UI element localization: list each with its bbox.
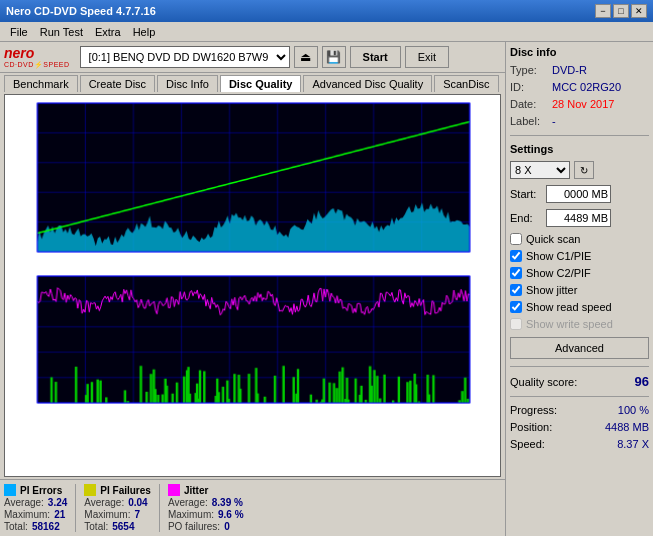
advanced-button[interactable]: Advanced — [510, 337, 649, 359]
speed-select[interactable]: 8 X 4 X 12 X 16 X — [510, 161, 570, 179]
maximize-button[interactable]: □ — [613, 4, 629, 18]
tabs: Benchmark Create Disc Disc Info Disc Qua… — [0, 73, 505, 92]
toolbar: nero CD·DVD⚡SPEED [0:1] BENQ DVD DD DW16… — [0, 42, 505, 73]
show-read-speed-checkbox[interactable] — [510, 301, 522, 313]
speed-value: 8.37 X — [617, 438, 649, 450]
disc-date-row: Date: 28 Nov 2017 — [510, 98, 649, 110]
jitter-color — [168, 484, 180, 496]
jitter-max-label: Maximum: — [168, 509, 214, 520]
jitter-header: Jitter — [168, 484, 244, 496]
drive-select[interactable]: [0:1] BENQ DVD DD DW1620 B7W9 — [80, 46, 290, 68]
position-value: 4488 MB — [605, 421, 649, 433]
show-c1-pie-row: Show C1/PIE — [510, 250, 649, 262]
show-c2-pif-checkbox[interactable] — [510, 267, 522, 279]
menu-help[interactable]: Help — [127, 25, 162, 39]
end-label: End: — [510, 212, 542, 224]
progress-row: Progress: 100 % — [510, 404, 649, 416]
quality-label: Quality score: — [510, 376, 577, 388]
pi-errors-max-row: Maximum: 21 — [4, 509, 67, 520]
menu-run-test[interactable]: Run Test — [34, 25, 89, 39]
pi-errors-label: PI Errors — [20, 485, 62, 496]
lower-chart — [5, 272, 500, 424]
show-c1-pie-label: Show C1/PIE — [526, 250, 591, 262]
pi-failures-total-value: 5654 — [112, 521, 134, 532]
start-input[interactable] — [546, 185, 611, 203]
tab-disc-quality[interactable]: Disc Quality — [220, 75, 302, 92]
nero-logo-sub: CD·DVD⚡SPEED — [4, 61, 70, 69]
start-button[interactable]: Start — [350, 46, 401, 68]
show-c1-pie-checkbox[interactable] — [510, 250, 522, 262]
right-panel: Disc info Type: DVD-R ID: MCC 02RG20 Dat… — [505, 42, 653, 536]
charts-area — [4, 94, 501, 477]
settings-refresh-button[interactable]: ↻ — [574, 161, 594, 179]
progress-value: 100 % — [618, 404, 649, 416]
show-jitter-row: Show jitter — [510, 284, 649, 296]
pi-failures-header: PI Failures — [84, 484, 151, 496]
pi-errors-total-label: Total: — [4, 521, 28, 532]
title-bar: Nero CD-DVD Speed 4.7.7.16 − □ ✕ — [0, 0, 653, 22]
pi-failures-total-row: Total: 5654 — [84, 521, 151, 532]
settings-title: Settings — [510, 143, 649, 155]
show-jitter-label: Show jitter — [526, 284, 577, 296]
tab-disc-info[interactable]: Disc Info — [157, 75, 218, 92]
show-c2-pif-row: Show C2/PIF — [510, 267, 649, 279]
jitter-label: Jitter — [184, 485, 208, 496]
left-panel: nero CD·DVD⚡SPEED [0:1] BENQ DVD DD DW16… — [0, 42, 505, 536]
pi-failures-label: PI Failures — [100, 485, 151, 496]
tab-scan-disc[interactable]: ScanDisc — [434, 75, 498, 92]
pi-errors-total-value: 58162 — [32, 521, 60, 532]
tab-benchmark[interactable]: Benchmark — [4, 75, 78, 92]
save-button[interactable]: 💾 — [322, 46, 346, 68]
jitter-avg-label: Average: — [168, 497, 208, 508]
quality-value: 96 — [635, 374, 649, 389]
jitter-avg-row: Average: 8.39 % — [168, 497, 244, 508]
show-write-speed-row: Show write speed — [510, 318, 649, 330]
end-field-row: End: — [510, 209, 649, 227]
speed-row: Speed: 8.37 X — [510, 438, 649, 450]
position-row: Position: 4488 MB — [510, 421, 649, 433]
tab-advanced-disc-quality[interactable]: Advanced Disc Quality — [303, 75, 432, 92]
title-bar-text: Nero CD-DVD Speed 4.7.7.16 — [6, 5, 156, 17]
start-field-row: Start: — [510, 185, 649, 203]
pi-errors-avg-label: Average: — [4, 497, 44, 508]
jitter-stats: Jitter Average: 8.39 % Maximum: 9.6 % PO… — [168, 484, 244, 532]
jitter-po-row: PO failures: 0 — [168, 521, 244, 532]
quick-scan-checkbox[interactable] — [510, 233, 522, 245]
jitter-max-row: Maximum: 9.6 % — [168, 509, 244, 520]
menu-extra[interactable]: Extra — [89, 25, 127, 39]
disc-type-label: Type: — [510, 64, 548, 76]
disc-id-value: MCC 02RG20 — [552, 81, 621, 93]
tab-create-disc[interactable]: Create Disc — [80, 75, 155, 92]
disc-label-label: Label: — [510, 115, 548, 127]
pi-failures-total-label: Total: — [84, 521, 108, 532]
minimize-button[interactable]: − — [595, 4, 611, 18]
divider-2 — [510, 366, 649, 367]
start-label: Start: — [510, 188, 542, 200]
exit-button[interactable]: Exit — [405, 46, 449, 68]
position-label: Position: — [510, 421, 552, 433]
nero-logo: nero CD·DVD⚡SPEED — [4, 45, 70, 69]
nero-logo-text: nero — [4, 45, 34, 61]
divider-3 — [510, 396, 649, 397]
menu-file[interactable]: File — [4, 25, 34, 39]
show-read-speed-label: Show read speed — [526, 301, 612, 313]
pi-failures-max-label: Maximum: — [84, 509, 130, 520]
pi-failures-max-row: Maximum: 7 — [84, 509, 151, 520]
close-button[interactable]: ✕ — [631, 4, 647, 18]
pi-errors-max-value: 21 — [54, 509, 65, 520]
jitter-po-label: PO failures: — [168, 521, 220, 532]
end-input[interactable] — [546, 209, 611, 227]
show-c2-pif-label: Show C2/PIF — [526, 267, 591, 279]
show-jitter-checkbox[interactable] — [510, 284, 522, 296]
disc-type-value: DVD-R — [552, 64, 587, 76]
pi-failures-color — [84, 484, 96, 496]
show-write-speed-checkbox[interactable] — [510, 318, 522, 330]
stats-area: PI Errors Average: 3.24 Maximum: 21 Tota… — [0, 479, 505, 536]
show-read-speed-row: Show read speed — [510, 301, 649, 313]
eject-button[interactable]: ⏏ — [294, 46, 318, 68]
quick-scan-row: Quick scan — [510, 233, 649, 245]
menu-bar: File Run Test Extra Help — [0, 22, 653, 42]
quality-row: Quality score: 96 — [510, 374, 649, 389]
disc-id-row: ID: MCC 02RG20 — [510, 81, 649, 93]
pi-failures-stats: PI Failures Average: 0.04 Maximum: 7 Tot… — [84, 484, 151, 532]
